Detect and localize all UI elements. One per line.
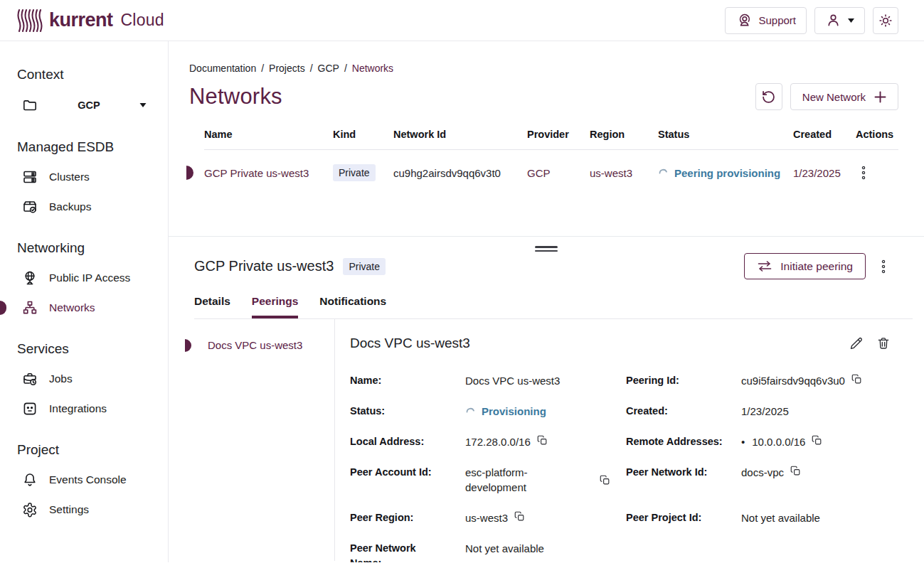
context-value: GCP <box>38 100 139 111</box>
sidebar: Context GCP Managed ESDB Clusters <box>0 41 169 562</box>
context-select[interactable]: GCP <box>0 90 168 121</box>
table-header-row: Name Kind Network Id Provider Region Sta… <box>204 129 898 150</box>
drawer-title: GCP Private us-west3 <box>194 258 334 274</box>
column-header-created: Created <box>793 129 856 140</box>
cell-provider: GCP <box>527 167 590 179</box>
column-header-actions: Actions <box>856 129 898 140</box>
sidebar-item-label: Networks <box>49 301 95 314</box>
sidebar-item-integrations[interactable]: Integrations <box>0 394 168 424</box>
copy-local-address-button[interactable] <box>537 435 548 446</box>
sidebar-heading-context: Context <box>17 67 168 82</box>
breadcrumb-link-gcp[interactable]: GCP <box>318 63 339 74</box>
sidebar-item-settings[interactable]: Settings <box>0 495 168 525</box>
sidebar-item-jobs[interactable]: Jobs <box>0 364 168 394</box>
field-label: Peer Region: <box>350 510 465 525</box>
trash-icon <box>876 336 891 350</box>
sidebar-heading-managed-esdb: Managed ESDB <box>17 139 168 155</box>
field-label: Created: <box>626 404 741 419</box>
field-value: 10.0.0.0/16 <box>752 434 805 449</box>
page-title: Networks <box>189 84 282 109</box>
copy-peering-id-button[interactable] <box>851 374 862 385</box>
field-value: cu9i5fairsdv9qq6v3u0 <box>741 373 845 388</box>
field-label: Peer Network Id: <box>626 465 741 495</box>
field-value: 1/23/2025 <box>741 404 789 419</box>
drawer-actions-kebab-button[interactable] <box>876 257 891 277</box>
sidebar-item-clusters[interactable]: Clusters <box>0 162 168 192</box>
kebab-icon <box>861 166 866 180</box>
field-label: Status: <box>350 404 465 419</box>
tab-peerings[interactable]: Peerings <box>252 295 298 318</box>
brand-logo[interactable]: kurrent Cloud <box>17 9 164 33</box>
user-menu-button[interactable] <box>814 7 865 34</box>
sidebar-item-label: Clusters <box>49 171 90 183</box>
chevron-down-icon <box>139 103 147 107</box>
backups-icon <box>21 198 38 215</box>
support-label: Support <box>758 14 796 26</box>
copy-icon <box>600 475 610 486</box>
bell-icon <box>21 471 38 488</box>
top-bar: kurrent Cloud Support <box>0 0 924 41</box>
copy-icon <box>537 435 548 446</box>
tab-details[interactable]: Details <box>194 295 230 318</box>
initiate-peering-button[interactable]: Initiate peering <box>744 253 866 279</box>
breadcrumb-link-documentation[interactable]: Documentation <box>189 63 256 74</box>
breadcrumb: Documentation/Projects/GCP/Networks <box>189 63 898 74</box>
user-icon <box>825 12 841 28</box>
edit-peering-button[interactable] <box>848 335 865 352</box>
brand-suffix: Cloud <box>121 11 164 30</box>
copy-icon <box>851 374 862 385</box>
field-label: Remote Addresses: <box>626 434 741 449</box>
chevron-down-icon <box>848 18 854 23</box>
peering-list: Docs VPC us-west3 <box>169 319 335 561</box>
new-network-button[interactable]: New Network <box>790 83 898 110</box>
breadcrumb-separator: / <box>310 63 313 74</box>
spinner-icon <box>658 168 668 177</box>
support-button[interactable]: Support <box>725 7 807 34</box>
sidebar-item-public-ip-access[interactable]: Public IP Access <box>0 263 168 293</box>
brand-name: kurrent <box>49 9 113 31</box>
clusters-icon <box>21 168 38 186</box>
sidebar-item-label: Public IP Access <box>49 272 130 284</box>
copy-peer-account-id-button[interactable] <box>600 475 610 486</box>
field-value: docs-vpc <box>741 465 784 480</box>
sidebar-heading-services: Services <box>17 341 168 357</box>
networks-table: Name Kind Network Id Provider Region Sta… <box>204 129 898 195</box>
swap-arrows-icon <box>757 261 772 272</box>
sidebar-item-networks[interactable]: Networks <box>0 293 168 323</box>
column-header-kind: Kind <box>333 129 393 140</box>
sun-icon <box>878 13 893 28</box>
field-value: 172.28.0.0/16 <box>465 434 531 449</box>
new-network-label: New Network <box>802 91 866 103</box>
plus-icon <box>874 91 886 103</box>
column-header-name: Name <box>204 129 333 140</box>
tab-notifications[interactable]: Notifications <box>319 295 386 318</box>
peering-fields: Name: Docs VPC us-west3 Peering Id: cu9i… <box>350 373 892 562</box>
row-actions-kebab-button[interactable] <box>856 163 871 183</box>
sidebar-item-backups[interactable]: Backups <box>0 192 168 222</box>
copy-peer-region-button[interactable] <box>514 511 525 522</box>
main-content: Documentation/Projects/GCP/Networks Netw… <box>169 41 924 562</box>
pencil-icon <box>849 336 864 350</box>
network-icon <box>21 299 38 316</box>
table-row[interactable]: GCP Private us-west3 Private cu9hg2airsd… <box>204 150 898 195</box>
drawer-tabs: Details Peerings Notifications <box>194 295 924 318</box>
gear-icon <box>21 501 38 518</box>
field-label: Name: <box>350 373 465 388</box>
sidebar-item-label: Integrations <box>49 402 107 415</box>
theme-toggle-button[interactable] <box>873 7 898 34</box>
kebab-icon <box>881 259 886 274</box>
cell-region: us-west3 <box>590 167 658 179</box>
copy-remote-address-button[interactable] <box>812 435 822 446</box>
sidebar-item-events-console[interactable]: Events Console <box>0 465 168 495</box>
copy-peer-network-id-button[interactable] <box>790 466 801 476</box>
field-label: Peer Account Id: <box>350 465 465 495</box>
breadcrumb-link-projects[interactable]: Projects <box>269 63 305 74</box>
selected-peering-indicator <box>185 339 191 352</box>
drawer-drag-handle[interactable] <box>535 244 558 254</box>
delete-peering-button[interactable] <box>875 335 892 352</box>
peering-list-item[interactable]: Docs VPC us-west3 <box>194 339 334 351</box>
field-value: Docs VPC us-west3 <box>465 373 560 388</box>
refresh-button[interactable] <box>755 83 782 110</box>
sidebar-item-label: Events Console <box>49 473 127 486</box>
support-agent-icon <box>736 12 752 28</box>
